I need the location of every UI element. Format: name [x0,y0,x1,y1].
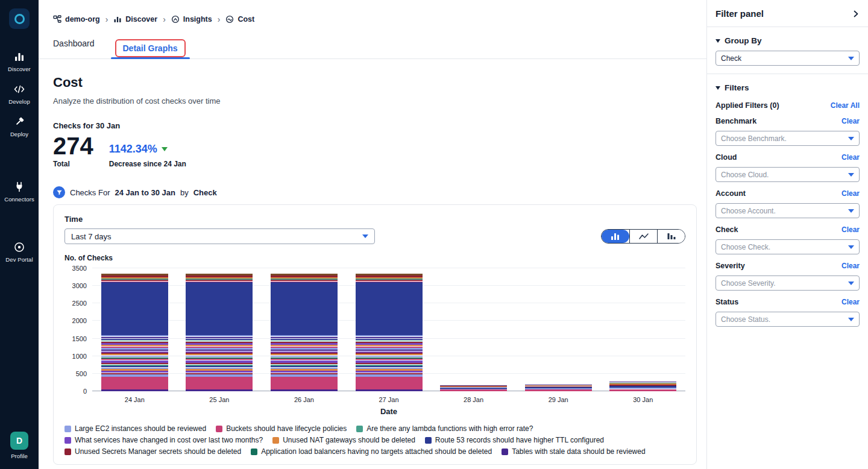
sidebar-item-profile[interactable]: D Profile [10,432,28,459]
legend-item[interactable]: Are there any lambda functions with high… [356,424,533,433]
toggle-line-chart[interactable] [629,230,657,243]
group-by-heading: Group By [725,36,762,45]
clear-all-link[interactable]: Clear All [831,101,860,110]
stacked-bar-29-jan[interactable] [525,268,592,391]
legend-item[interactable]: Buckets should have lifecycle policies [216,424,347,433]
stacked-bar-28-jan[interactable] [440,268,507,391]
filter-clear-link-severity[interactable]: Clear [841,262,860,270]
toggle-grouped-bar[interactable] [657,230,685,243]
bar-slot [177,268,262,391]
sidebar-item-connectors[interactable]: Connectors [4,181,34,203]
legend-item[interactable]: Route 53 records should have higher TTL … [425,436,604,444]
filter-select-severity[interactable]: Choose Severity. [715,275,860,291]
bar-segment [186,377,253,389]
bar-segment [101,377,168,389]
filter-placeholder: Choose Status. [721,315,770,324]
tab-label: Detail Graphs [123,43,178,53]
toggle-stacked-bar[interactable] [602,230,629,243]
sidebar-item-label: Dev Portal [5,256,33,263]
filters-section-header[interactable]: Filters [715,83,860,92]
summary-prefix: Checks For [70,188,110,197]
stacked-bar-26-jan[interactable] [271,268,338,391]
filter-row-cloud: CloudClear [715,153,860,162]
breadcrumb-item-insights[interactable]: Insights [171,15,212,24]
group-by-value: Check [721,54,741,63]
filter-clear-link-cloud[interactable]: Clear [841,153,860,162]
stat-row: 274 Total 1142.34% Decrease since 24 Jan [53,134,697,168]
y-tick-label: 1500 [72,335,87,342]
legend-item[interactable]: Large EC2 instances should be reviewed [64,424,206,433]
filter-label-account: Account [715,189,746,198]
bar-segment [525,389,592,391]
filter-row-check: CheckClear [715,225,860,234]
y-axis-title: No. of Checks [64,254,685,262]
legend-swatch [216,426,222,432]
legend-item[interactable]: What services have changed in cost over … [64,436,263,444]
legend-item[interactable]: Application load balancers having no tar… [251,447,492,456]
bar-segment [186,282,253,335]
chevron-down-icon [848,173,854,177]
filter-label-cloud: Cloud [715,153,737,162]
filter-label-status: Status [715,298,738,306]
time-range-select[interactable]: Last 7 days [64,228,375,244]
time-label: Time [64,215,375,224]
chart-type-toggle [601,229,685,244]
stat-total-label: Total [53,160,93,168]
breadcrumb-item-discover[interactable]: Discover [113,15,157,24]
group-by-select[interactable]: Check [715,51,860,66]
filters-heading: Filters [725,83,749,92]
legend-item[interactable]: Unused NAT gateways should be deleted [272,436,415,444]
stat-percent-caption: Decrease since 24 Jan [109,160,186,168]
sidebar-item-deploy[interactable]: Deploy [10,116,28,137]
bar-segment [101,389,168,391]
chevron-down-icon [848,137,854,140]
breadcrumb-separator: › [105,14,108,24]
bar-slot [92,268,177,391]
stacked-bar-27-jan[interactable] [356,268,423,391]
collapse-panel-button[interactable] [852,10,860,18]
filter-placeholder: Choose Account. [721,207,776,215]
sidebar-item-discover[interactable]: Discover [8,51,31,72]
breadcrumb-item-demo-org[interactable]: demo-org [53,15,100,24]
filter-row-account: AccountClear [715,189,860,198]
summary-range: 24 Jan to 30 Jan [115,188,175,197]
chevron-down-icon [848,57,854,60]
filter-select-cloud[interactable]: Choose Cloud. [715,167,860,182]
app-logo[interactable] [9,8,30,29]
bar-chart-icon [13,51,25,63]
sidebar-item-dev-portal[interactable]: Dev Portal [5,241,33,263]
group-by-section-header[interactable]: Group By [715,36,860,45]
legend-swatch [64,449,71,455]
chart-legend: Large EC2 instances should be reviewedBu… [64,424,685,456]
bar-slot [600,268,685,391]
bar-segment [186,389,253,391]
chevron-down-icon [848,245,854,249]
legend-item[interactable]: Tables with stale data should be reviewe… [502,447,645,456]
chevron-right-icon [852,10,860,18]
filter-select-status[interactable]: Choose Status. [715,312,860,327]
filter-select-account[interactable]: Choose Account. [715,203,860,218]
sidebar-item-develop[interactable]: Develop [8,83,30,105]
applied-filters-label: Applied Filters (0) [715,101,779,110]
bar-segment [271,377,338,389]
tab-detail-graphs[interactable]: Detail Graphs [115,43,186,58]
legend-label: Route 53 records should have higher TTL … [435,436,604,444]
bar-segment [356,282,423,335]
filter-select-check[interactable]: Choose Check. [715,239,860,254]
filter-clear-link-check[interactable]: Clear [841,225,860,234]
stacked-bar-30-jan[interactable] [609,268,676,391]
filter-select-benchmark[interactable]: Choose Benchmark. [715,131,860,146]
x-tick-label: 26 Jan [262,396,347,403]
tab-dashboard[interactable]: Dashboard [53,39,95,58]
arrow-down-icon [162,147,168,151]
filter-label-benchmark: Benchmark [715,117,756,125]
filter-clear-link-status[interactable]: Clear [841,298,860,306]
legend-item[interactable]: Unused Secrets Manager secrets should be… [64,447,241,456]
filter-clear-link-benchmark[interactable]: Clear [841,117,860,125]
bar-chart-icon [611,233,620,240]
bar-slot [262,268,347,391]
breadcrumb-item-cost[interactable]: Cost [225,15,254,24]
stacked-bar-24-jan[interactable] [101,268,168,391]
filter-clear-link-account[interactable]: Clear [841,189,860,198]
stacked-bar-25-jan[interactable] [186,268,253,391]
